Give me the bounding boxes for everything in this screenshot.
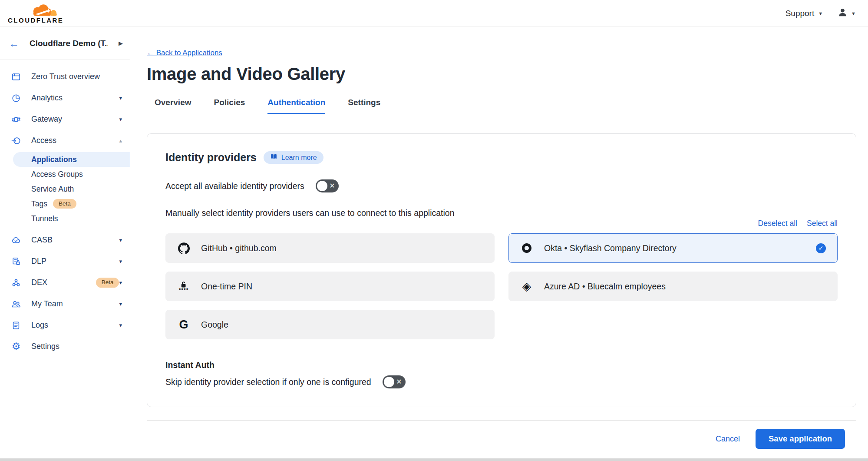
document-lock-icon (10, 256, 22, 267)
page-title: Image and Video Gallery (147, 64, 856, 84)
identity-providers-card: Identity providers Learn more Accept all… (147, 133, 856, 407)
sidebar-item-access-groups[interactable]: Access Groups (0, 167, 130, 182)
window-icon (10, 72, 22, 82)
cloudflare-logo[interactable]: CLOUDFLARE (8, 3, 63, 23)
tab-settings[interactable]: Settings (348, 98, 380, 114)
selected-check-icon: ✓ (816, 243, 826, 253)
select-all-link[interactable]: Select all (807, 219, 838, 228)
chevron-right-icon: ▶ (119, 40, 123, 46)
account-name: Cloudflare Demo (T... (30, 39, 108, 48)
user-icon (838, 7, 848, 19)
identity-providers-heading: Identity providers (165, 151, 257, 164)
provider-card-azure-ad[interactable]: ◈ Azure AD • Bluecalm employees (508, 272, 838, 301)
chevron-down-icon: ▼ (851, 11, 856, 16)
people-icon (10, 299, 22, 309)
toggle-off-x-icon: ✕ (329, 182, 335, 189)
google-icon: G (177, 319, 190, 331)
sidebar-item-service-auth[interactable]: Service Auth (0, 182, 130, 196)
chevron-up-icon: ▴ (119, 137, 122, 144)
chevron-down-icon: ▾ (119, 116, 122, 123)
sidebar-nav: Zero Trust overview Analytics ▾ Gateway … (0, 60, 130, 367)
github-icon (177, 242, 190, 254)
back-arrow-icon[interactable]: ← (9, 38, 19, 49)
toggle-knob (317, 181, 327, 191)
accept-all-label: Accept all available identity providers (165, 181, 304, 191)
beta-badge: Beta (96, 278, 119, 288)
provider-name: Google (201, 320, 228, 330)
toggle-off-x-icon: ✕ (396, 378, 402, 385)
instant-auth-toggle[interactable]: ✕ (383, 375, 406, 388)
provider-card-one-time-pin[interactable]: **** One-time PIN (165, 272, 495, 301)
main-content: ← Back to Applications Image and Video G… (130, 27, 868, 461)
tab-authentication[interactable]: Authentication (267, 98, 325, 114)
one-time-pin-icon: **** (177, 281, 190, 292)
chevron-down-icon: ▾ (119, 237, 122, 243)
instant-auth-heading: Instant Auth (165, 360, 838, 370)
sidebar-item-zero-trust-overview[interactable]: Zero Trust overview (0, 66, 130, 87)
chevron-down-icon: ▾ (119, 258, 122, 265)
provider-card-github[interactable]: GitHub • github.com (165, 233, 495, 263)
cloud-check-icon (10, 235, 22, 245)
pie-chart-icon (10, 93, 22, 103)
sidebar-item-dex[interactable]: DEX Beta ▾ (0, 272, 130, 293)
window-bottom-edge (0, 458, 868, 461)
sidebar-item-gateway[interactable]: Gateway ▾ (0, 109, 130, 130)
provider-name: Okta • Skyflash Company Directory (544, 243, 677, 253)
tab-policies[interactable]: Policies (214, 98, 245, 114)
top-bar: CLOUDFLARE Support ▼ ▼ (0, 0, 868, 27)
tab-overview[interactable]: Overview (155, 98, 191, 114)
cloudflare-cloud-icon (8, 3, 62, 17)
support-menu[interactable]: Support ▼ (785, 9, 823, 18)
sidebar-item-casb[interactable]: CASB ▾ (0, 229, 130, 251)
cloudflare-wordmark: CLOUDFLARE (8, 17, 63, 23)
provider-card-okta[interactable]: Okta • Skyflash Company Directory ✓ (508, 233, 838, 263)
access-submenu: Applications Access Groups Service Auth … (0, 152, 130, 226)
back-to-applications-link[interactable]: ← Back to Applications (147, 49, 222, 57)
provider-grid: GitHub • github.com Okta • Skyflash Comp… (165, 233, 838, 339)
network-nodes-icon (10, 278, 22, 288)
provider-name: Azure AD • Bluecalm employees (544, 282, 666, 292)
document-lines-icon (10, 320, 22, 331)
instant-auth-label: Skip identity provider selection if only… (165, 377, 371, 387)
sidebar-item-tags[interactable]: Tags Beta (0, 196, 130, 211)
okta-icon (520, 243, 533, 253)
manual-select-text: Manually select identity providers users… (165, 208, 838, 218)
beta-badge: Beta (53, 199, 76, 209)
save-application-button[interactable]: Save application (756, 429, 845, 449)
provider-card-google[interactable]: G Google (165, 310, 495, 339)
chevron-down-icon: ▾ (119, 95, 122, 101)
sidebar-item-my-team[interactable]: My Team ▾ (0, 293, 130, 315)
sidebar-item-tunnels[interactable]: Tunnels (0, 211, 130, 226)
sidebar-item-dlp[interactable]: DLP ▾ (0, 251, 130, 272)
login-arrow-icon (10, 136, 22, 146)
chevron-down-icon: ▾ (119, 301, 122, 307)
provider-name: GitHub • github.com (201, 243, 277, 253)
user-menu[interactable]: ▼ (838, 7, 856, 19)
account-switcher[interactable]: ← Cloudflare Demo (T... ▶ (0, 27, 130, 60)
provider-name: One-time PIN (201, 282, 252, 292)
sidebar-item-access[interactable]: Access ▴ (0, 130, 130, 151)
deselect-all-link[interactable]: Deselect all (758, 219, 797, 228)
chevron-down-icon: ▾ (119, 322, 122, 328)
gear-icon: ⚙ (10, 342, 22, 352)
learn-more-link[interactable]: Learn more (264, 151, 323, 164)
sidebar-item-settings[interactable]: ⚙ Settings (0, 336, 130, 357)
chevron-down-icon: ▼ (818, 11, 823, 16)
tab-bar: Overview Policies Authentication Setting… (147, 98, 856, 114)
accept-all-toggle[interactable]: ✕ (316, 179, 339, 192)
book-icon (270, 153, 277, 162)
sidebar-divider (0, 367, 130, 367)
footer-actions: Cancel Save application (147, 421, 856, 449)
gateway-icon (10, 114, 22, 125)
sidebar-item-applications[interactable]: Applications (13, 152, 130, 167)
azure-ad-icon: ◈ (520, 281, 533, 292)
sidebar: ← Cloudflare Demo (T... ▶ Zero Trust ove… (0, 27, 130, 461)
cancel-button[interactable]: Cancel (716, 434, 740, 444)
chevron-down-icon: ▾ (119, 279, 122, 286)
sidebar-item-logs[interactable]: Logs ▾ (0, 315, 130, 336)
support-label: Support (785, 9, 815, 18)
toggle-knob (384, 377, 394, 387)
sidebar-item-analytics[interactable]: Analytics ▾ (0, 87, 130, 109)
